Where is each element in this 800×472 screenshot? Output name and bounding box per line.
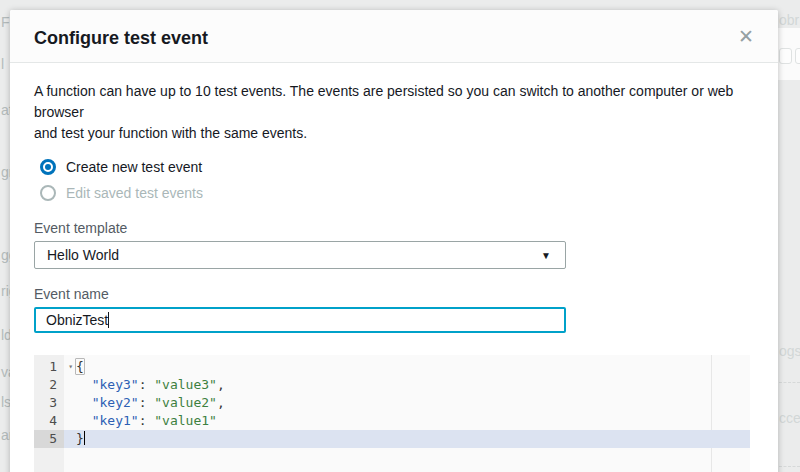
code-token: {: [75, 358, 85, 375]
configure-test-event-dialog: Configure test event ✕ A function can ha…: [10, 10, 778, 472]
code-line: "key1": "value1": [64, 412, 750, 430]
description-line: and test your function with the same eve…: [34, 123, 754, 144]
fold-arrow-icon[interactable]: ▾: [68, 358, 73, 376]
code-line: }: [64, 430, 750, 448]
code-token: :: [139, 377, 155, 392]
backdrop-button-fragment: [779, 48, 792, 64]
test-event-mode-radio-group: Create new test event Edit saved test ev…: [40, 157, 754, 203]
editor-text-cursor: [84, 431, 85, 445]
radio-selected-icon: [40, 159, 56, 175]
backdrop-text-fragment: ogs: [779, 343, 800, 359]
dialog-description: A function can have up to 10 test events…: [34, 81, 754, 144]
event-template-select[interactable]: Hello World ▼: [34, 241, 566, 269]
code-token: :: [139, 413, 155, 428]
code-token: }: [76, 431, 84, 446]
backdrop-text-fragment: obr: [779, 12, 799, 28]
line-number: 3: [34, 394, 64, 412]
editor-code-area: { "key3": "value3", "key2": "value2", "k…: [64, 355, 750, 448]
code-token: :: [139, 395, 155, 410]
radio-unselected-icon: [40, 185, 56, 201]
backdrop-divider: [779, 466, 800, 467]
backdrop-button-fragment: [795, 48, 800, 64]
backdrop-text-fragment: l: [1, 56, 4, 72]
line-number: 4: [34, 412, 64, 430]
close-icon: ✕: [738, 26, 754, 47]
code-token: [76, 413, 92, 428]
dialog-body: A function can have up to 10 test events…: [10, 63, 778, 472]
code-token: ,: [217, 395, 225, 410]
event-template-label: Event template: [34, 219, 754, 237]
code-token: "key2": [92, 395, 139, 410]
code-line: "key3": "value3",: [64, 376, 750, 394]
event-name-value: ObnizTest: [46, 312, 108, 328]
event-json-editor[interactable]: 1▾2345 { "key3": "value3", "key2": "valu…: [34, 355, 750, 472]
backdrop-text-fragment: F: [1, 14, 10, 30]
radio-label: Edit saved test events: [66, 185, 203, 201]
code-token: [76, 377, 92, 392]
event-name-label: Event name: [34, 285, 754, 303]
editor-gutter: 1▾2345: [34, 355, 64, 472]
close-button[interactable]: ✕: [736, 26, 756, 48]
event-template-value: Hello World: [47, 247, 119, 263]
code-token: "key3": [92, 377, 139, 392]
chevron-down-icon: ▼: [541, 250, 551, 261]
event-name-input[interactable]: ObnizTest: [34, 307, 566, 333]
radio-edit-saved-test-events: Edit saved test events: [40, 183, 754, 203]
dialog-header: Configure test event ✕: [10, 10, 778, 63]
code-token: ,: [217, 377, 225, 392]
text-cursor: [108, 312, 109, 328]
code-line: {: [64, 358, 750, 376]
backdrop-text-fragment: cce: [779, 410, 800, 426]
code-token: [76, 395, 92, 410]
line-number: 5: [34, 430, 64, 448]
code-token: "value1": [154, 413, 217, 428]
line-number: 2: [34, 376, 64, 394]
code-token: "key1": [92, 413, 139, 428]
line-number: 1▾: [34, 358, 64, 376]
backdrop-divider: [779, 382, 800, 383]
dialog-title: Configure test event: [34, 27, 754, 49]
description-line: A function can have up to 10 test events…: [34, 81, 754, 123]
radio-label: Create new test event: [66, 159, 202, 175]
code-token: "value2": [154, 395, 217, 410]
radio-create-new-test-event[interactable]: Create new test event: [40, 157, 754, 177]
code-line: "key2": "value2",: [64, 394, 750, 412]
code-token: "value3": [154, 377, 217, 392]
